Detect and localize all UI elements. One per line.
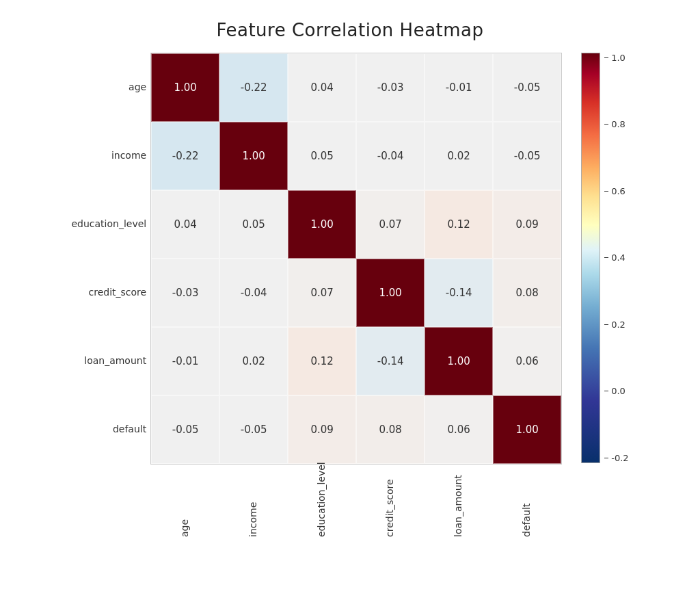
- cell-5-3: 0.08: [356, 395, 425, 464]
- cell-3-2: 0.07: [288, 259, 356, 327]
- colorbar-container: 1.00.80.60.40.20.0-0.2: [581, 53, 628, 463]
- cell-1-2: 0.05: [288, 122, 356, 190]
- cell-1-1: 1.00: [219, 122, 288, 190]
- cell-1-4: 0.02: [425, 122, 493, 190]
- y-label-income: income: [111, 121, 146, 190]
- colorbar-tick-0.0: 0.0: [604, 386, 628, 396]
- x-label-wrapper-default: default: [492, 469, 561, 537]
- x-label-wrapper-age: age: [150, 469, 219, 537]
- cell-2-2: 1.00: [288, 190, 356, 259]
- y-label-default: default: [113, 395, 146, 463]
- colorbar-wrapper: 1.00.80.60.40.20.0-0.2: [581, 53, 628, 463]
- cell-0-3: -0.03: [356, 53, 425, 122]
- x-label-income: income: [247, 469, 258, 537]
- cell-2-0: 0.04: [151, 190, 219, 259]
- cell-5-4: 0.06: [425, 395, 493, 464]
- x-label-wrapper-loan_amount: loan_amount: [424, 469, 492, 537]
- y-labels: ageincomeeducation_levelcredit_scoreloan…: [71, 53, 146, 463]
- colorbar-tick--0.2: -0.2: [604, 453, 628, 463]
- colorbar: [581, 53, 600, 463]
- x-label-wrapper-education_level: education_level: [287, 469, 355, 537]
- cell-4-0: -0.01: [151, 327, 219, 395]
- y-label-age: age: [129, 53, 146, 121]
- cell-0-5: -0.05: [493, 53, 561, 122]
- x-label-wrapper-credit_score: credit_score: [355, 469, 424, 537]
- cell-0-1: -0.22: [219, 53, 288, 122]
- cell-0-4: -0.01: [425, 53, 493, 122]
- cell-3-0: -0.03: [151, 259, 219, 327]
- cell-2-5: 0.09: [493, 190, 561, 259]
- cell-1-0: -0.22: [151, 122, 219, 190]
- y-label-education_level: education_level: [71, 190, 146, 258]
- cell-2-3: 0.07: [356, 190, 425, 259]
- cell-2-1: 0.05: [219, 190, 288, 259]
- cell-1-5: -0.05: [493, 122, 561, 190]
- cell-4-1: 0.02: [219, 327, 288, 395]
- x-label-default: default: [521, 469, 532, 537]
- x-label-loan_amount: loan_amount: [453, 469, 463, 537]
- x-label-credit_score: credit_score: [384, 469, 395, 537]
- x-label-wrapper-income: income: [219, 469, 287, 537]
- colorbar-tick-0.2: 0.2: [604, 319, 628, 330]
- x-label-education_level: education_level: [316, 469, 327, 537]
- chart-title: Feature Correlation Heatmap: [216, 20, 483, 40]
- cell-3-3: 1.00: [356, 259, 425, 327]
- cell-3-4: -0.14: [425, 259, 493, 327]
- cell-0-2: 0.04: [288, 53, 356, 122]
- cell-4-3: -0.14: [356, 327, 425, 395]
- colorbar-tick-1.0: 1.0: [604, 53, 628, 63]
- cell-5-2: 0.09: [288, 395, 356, 464]
- colorbar-tick-0.8: 0.8: [604, 119, 628, 129]
- x-labels: ageincomeeducation_levelcredit_scoreloan…: [150, 469, 561, 537]
- cell-1-3: -0.04: [356, 122, 425, 190]
- heatmap-grid: 1.00-0.220.04-0.03-0.01-0.05-0.221.000.0…: [150, 53, 562, 465]
- colorbar-tick-0.4: 0.4: [604, 252, 628, 263]
- cell-3-1: -0.04: [219, 259, 288, 327]
- cell-3-5: 0.08: [493, 259, 561, 327]
- cell-4-2: 0.12: [288, 327, 356, 395]
- colorbar-tick-0.6: 0.6: [604, 186, 628, 196]
- cell-4-5: 0.06: [493, 327, 561, 395]
- chart-container: Feature Correlation Heatmap ageincomeedu…: [22, 13, 678, 588]
- x-label-age: age: [179, 469, 190, 537]
- cell-5-0: -0.05: [151, 395, 219, 464]
- cell-0-0: 1.00: [151, 53, 219, 122]
- y-label-loan_amount: loan_amount: [84, 326, 146, 395]
- cell-5-5: 1.00: [493, 395, 561, 464]
- cell-4-4: 1.00: [425, 327, 493, 395]
- chart-body: ageincomeeducation_levelcredit_scoreloan…: [71, 53, 628, 537]
- y-label-credit_score: credit_score: [89, 258, 147, 326]
- cell-2-4: 0.12: [425, 190, 493, 259]
- heatmap-section: 1.00-0.220.04-0.03-0.01-0.05-0.221.000.0…: [150, 53, 562, 537]
- cell-5-1: -0.05: [219, 395, 288, 464]
- colorbar-ticks: 1.00.80.60.40.20.0-0.2: [600, 53, 628, 463]
